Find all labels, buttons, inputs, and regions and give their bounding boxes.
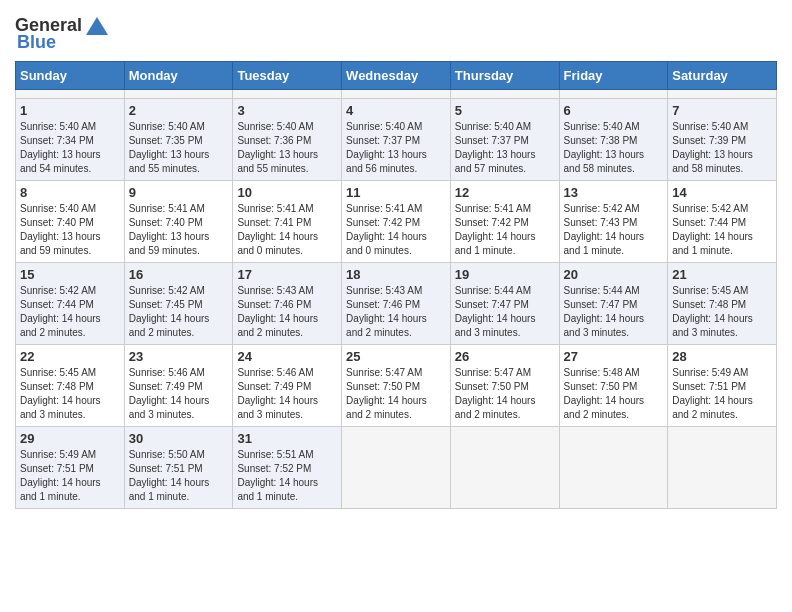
day-number: 6	[564, 103, 664, 118]
calendar-cell: 21Sunrise: 5:45 AM Sunset: 7:48 PM Dayli…	[668, 263, 777, 345]
day-number: 30	[129, 431, 229, 446]
header: General Blue	[15, 15, 777, 53]
calendar-cell: 25Sunrise: 5:47 AM Sunset: 7:50 PM Dayli…	[342, 345, 451, 427]
logo-blue: Blue	[17, 32, 56, 53]
day-info: Sunrise: 5:40 AM Sunset: 7:37 PM Dayligh…	[346, 120, 446, 176]
calendar-cell: 27Sunrise: 5:48 AM Sunset: 7:50 PM Dayli…	[559, 345, 668, 427]
calendar-cell: 17Sunrise: 5:43 AM Sunset: 7:46 PM Dayli…	[233, 263, 342, 345]
day-info: Sunrise: 5:47 AM Sunset: 7:50 PM Dayligh…	[455, 366, 555, 422]
day-number: 26	[455, 349, 555, 364]
calendar-cell: 1Sunrise: 5:40 AM Sunset: 7:34 PM Daylig…	[16, 99, 125, 181]
day-info: Sunrise: 5:50 AM Sunset: 7:51 PM Dayligh…	[129, 448, 229, 504]
calendar-cell: 26Sunrise: 5:47 AM Sunset: 7:50 PM Dayli…	[450, 345, 559, 427]
calendar-cell: 10Sunrise: 5:41 AM Sunset: 7:41 PM Dayli…	[233, 181, 342, 263]
calendar-cell: 23Sunrise: 5:46 AM Sunset: 7:49 PM Dayli…	[124, 345, 233, 427]
day-info: Sunrise: 5:41 AM Sunset: 7:42 PM Dayligh…	[455, 202, 555, 258]
calendar-cell: 8Sunrise: 5:40 AM Sunset: 7:40 PM Daylig…	[16, 181, 125, 263]
calendar-cell	[16, 90, 125, 99]
calendar-cell: 14Sunrise: 5:42 AM Sunset: 7:44 PM Dayli…	[668, 181, 777, 263]
day-info: Sunrise: 5:40 AM Sunset: 7:37 PM Dayligh…	[455, 120, 555, 176]
day-info: Sunrise: 5:42 AM Sunset: 7:44 PM Dayligh…	[672, 202, 772, 258]
calendar-cell: 13Sunrise: 5:42 AM Sunset: 7:43 PM Dayli…	[559, 181, 668, 263]
calendar-header-friday: Friday	[559, 62, 668, 90]
day-number: 11	[346, 185, 446, 200]
day-number: 31	[237, 431, 337, 446]
calendar-cell: 6Sunrise: 5:40 AM Sunset: 7:38 PM Daylig…	[559, 99, 668, 181]
day-info: Sunrise: 5:42 AM Sunset: 7:43 PM Dayligh…	[564, 202, 664, 258]
calendar-week-row: 22Sunrise: 5:45 AM Sunset: 7:48 PM Dayli…	[16, 345, 777, 427]
calendar-header-wednesday: Wednesday	[342, 62, 451, 90]
day-number: 19	[455, 267, 555, 282]
calendar-cell: 28Sunrise: 5:49 AM Sunset: 7:51 PM Dayli…	[668, 345, 777, 427]
day-number: 27	[564, 349, 664, 364]
day-info: Sunrise: 5:45 AM Sunset: 7:48 PM Dayligh…	[20, 366, 120, 422]
day-number: 7	[672, 103, 772, 118]
calendar-cell: 11Sunrise: 5:41 AM Sunset: 7:42 PM Dayli…	[342, 181, 451, 263]
calendar-cell	[668, 427, 777, 509]
calendar-header-saturday: Saturday	[668, 62, 777, 90]
logo: General Blue	[15, 15, 108, 53]
svg-marker-0	[86, 17, 108, 35]
calendar-cell	[342, 427, 451, 509]
calendar-cell: 4Sunrise: 5:40 AM Sunset: 7:37 PM Daylig…	[342, 99, 451, 181]
calendar-week-row: 1Sunrise: 5:40 AM Sunset: 7:34 PM Daylig…	[16, 99, 777, 181]
calendar-cell	[342, 90, 451, 99]
day-number: 15	[20, 267, 120, 282]
day-info: Sunrise: 5:51 AM Sunset: 7:52 PM Dayligh…	[237, 448, 337, 504]
day-info: Sunrise: 5:48 AM Sunset: 7:50 PM Dayligh…	[564, 366, 664, 422]
logo-icon	[86, 17, 108, 35]
calendar-week-row	[16, 90, 777, 99]
calendar-cell: 31Sunrise: 5:51 AM Sunset: 7:52 PM Dayli…	[233, 427, 342, 509]
calendar-cell: 20Sunrise: 5:44 AM Sunset: 7:47 PM Dayli…	[559, 263, 668, 345]
day-info: Sunrise: 5:40 AM Sunset: 7:38 PM Dayligh…	[564, 120, 664, 176]
calendar-cell	[124, 90, 233, 99]
calendar-cell	[559, 90, 668, 99]
day-number: 23	[129, 349, 229, 364]
calendar-cell: 7Sunrise: 5:40 AM Sunset: 7:39 PM Daylig…	[668, 99, 777, 181]
day-info: Sunrise: 5:45 AM Sunset: 7:48 PM Dayligh…	[672, 284, 772, 340]
day-info: Sunrise: 5:43 AM Sunset: 7:46 PM Dayligh…	[237, 284, 337, 340]
day-number: 14	[672, 185, 772, 200]
calendar-cell: 12Sunrise: 5:41 AM Sunset: 7:42 PM Dayli…	[450, 181, 559, 263]
day-info: Sunrise: 5:46 AM Sunset: 7:49 PM Dayligh…	[237, 366, 337, 422]
calendar-cell: 5Sunrise: 5:40 AM Sunset: 7:37 PM Daylig…	[450, 99, 559, 181]
calendar-cell: 18Sunrise: 5:43 AM Sunset: 7:46 PM Dayli…	[342, 263, 451, 345]
day-info: Sunrise: 5:41 AM Sunset: 7:40 PM Dayligh…	[129, 202, 229, 258]
day-info: Sunrise: 5:40 AM Sunset: 7:35 PM Dayligh…	[129, 120, 229, 176]
day-info: Sunrise: 5:40 AM Sunset: 7:34 PM Dayligh…	[20, 120, 120, 176]
day-number: 8	[20, 185, 120, 200]
calendar-table: SundayMondayTuesdayWednesdayThursdayFrid…	[15, 61, 777, 509]
day-number: 10	[237, 185, 337, 200]
day-info: Sunrise: 5:40 AM Sunset: 7:36 PM Dayligh…	[237, 120, 337, 176]
day-number: 3	[237, 103, 337, 118]
calendar-week-row: 8Sunrise: 5:40 AM Sunset: 7:40 PM Daylig…	[16, 181, 777, 263]
calendar-header-monday: Monday	[124, 62, 233, 90]
calendar-cell: 29Sunrise: 5:49 AM Sunset: 7:51 PM Dayli…	[16, 427, 125, 509]
day-number: 4	[346, 103, 446, 118]
day-number: 13	[564, 185, 664, 200]
calendar-cell	[450, 427, 559, 509]
day-info: Sunrise: 5:49 AM Sunset: 7:51 PM Dayligh…	[672, 366, 772, 422]
day-info: Sunrise: 5:47 AM Sunset: 7:50 PM Dayligh…	[346, 366, 446, 422]
calendar-header-row: SundayMondayTuesdayWednesdayThursdayFrid…	[16, 62, 777, 90]
calendar-cell: 22Sunrise: 5:45 AM Sunset: 7:48 PM Dayli…	[16, 345, 125, 427]
day-number: 28	[672, 349, 772, 364]
day-number: 22	[20, 349, 120, 364]
calendar-week-row: 15Sunrise: 5:42 AM Sunset: 7:44 PM Dayli…	[16, 263, 777, 345]
day-number: 9	[129, 185, 229, 200]
day-number: 21	[672, 267, 772, 282]
calendar-cell: 15Sunrise: 5:42 AM Sunset: 7:44 PM Dayli…	[16, 263, 125, 345]
day-number: 18	[346, 267, 446, 282]
day-number: 25	[346, 349, 446, 364]
calendar-cell: 3Sunrise: 5:40 AM Sunset: 7:36 PM Daylig…	[233, 99, 342, 181]
day-info: Sunrise: 5:49 AM Sunset: 7:51 PM Dayligh…	[20, 448, 120, 504]
calendar-cell	[450, 90, 559, 99]
calendar-cell: 30Sunrise: 5:50 AM Sunset: 7:51 PM Dayli…	[124, 427, 233, 509]
calendar-cell	[559, 427, 668, 509]
day-number: 29	[20, 431, 120, 446]
calendar-header-tuesday: Tuesday	[233, 62, 342, 90]
day-number: 5	[455, 103, 555, 118]
day-info: Sunrise: 5:41 AM Sunset: 7:41 PM Dayligh…	[237, 202, 337, 258]
calendar-header-sunday: Sunday	[16, 62, 125, 90]
calendar-cell: 24Sunrise: 5:46 AM Sunset: 7:49 PM Dayli…	[233, 345, 342, 427]
